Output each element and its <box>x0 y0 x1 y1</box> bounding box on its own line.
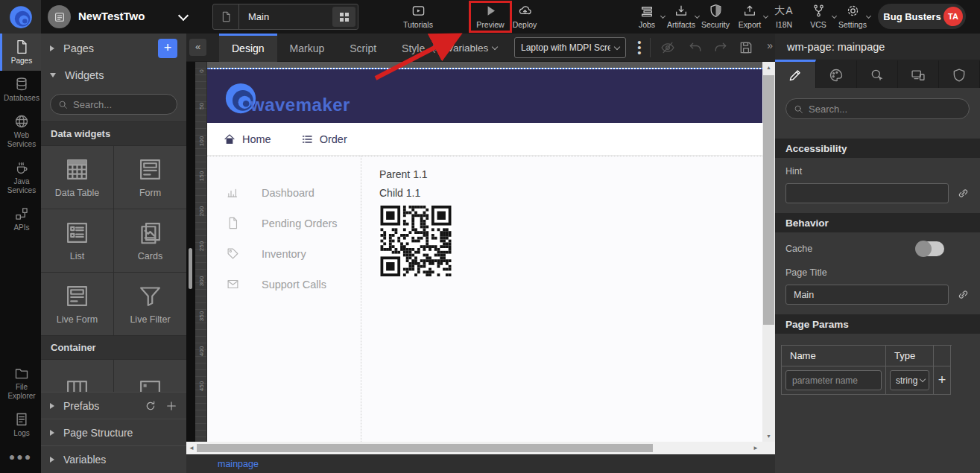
sidebar-item-databases[interactable]: Databases <box>0 71 41 108</box>
sidebar-item-apis[interactable]: APIs <box>0 200 41 238</box>
jobs-button[interactable]: Jobs <box>627 4 666 29</box>
tutorials-button[interactable]: Tutorials <box>399 4 437 29</box>
page-selector[interactable]: Main <box>212 4 358 30</box>
page-title-input[interactable] <box>785 285 949 305</box>
save-icon[interactable] <box>739 40 753 55</box>
export-button[interactable]: Export <box>730 4 769 29</box>
page-body: Dashboard Pending Orders Inventory <box>207 156 762 442</box>
widgets-section-row[interactable]: Widgets <box>41 63 186 87</box>
add-prefab-icon[interactable] <box>165 400 177 412</box>
cache-toggle[interactable] <box>916 241 944 256</box>
child-label[interactable]: Child 1.1 <box>379 187 452 199</box>
pages-section-row[interactable]: Pages + <box>41 34 186 63</box>
open-pages-bar: mainpage <box>186 454 775 473</box>
add-param-button[interactable]: + <box>934 366 951 395</box>
avatar[interactable]: TA <box>943 7 963 26</box>
security-button[interactable]: Security <box>696 4 735 29</box>
menu-item-pending-orders[interactable]: Pending Orders <box>207 208 361 238</box>
preview-button[interactable]: Preview <box>471 4 510 29</box>
tab-script[interactable]: Script <box>337 34 389 62</box>
tab-markup[interactable]: Markup <box>277 34 338 62</box>
widget-tile-panel[interactable] <box>114 360 186 392</box>
upload-tray-icon <box>742 4 757 18</box>
page-tab-mainpage[interactable]: mainpage <box>218 459 259 469</box>
page-header[interactable]: wavemaker <box>207 69 762 123</box>
redo-icon[interactable] <box>713 40 728 55</box>
widget-tile-cards[interactable]: Cards <box>114 209 186 272</box>
bind-link-icon[interactable] <box>957 288 970 301</box>
tab-security[interactable] <box>939 60 980 88</box>
menu-item-support-calls[interactable]: Support Calls <box>207 269 361 299</box>
vertical-scroll-thumb[interactable] <box>763 75 774 325</box>
variables-dropdown[interactable]: (x) Variables <box>432 34 497 62</box>
properties-search[interactable] <box>785 98 970 119</box>
scroll-right-icon[interactable]: ► <box>753 445 759 451</box>
left-panel-scrollbar[interactable] <box>189 248 192 289</box>
sidebar-item-logs[interactable]: Logs <box>0 406 41 443</box>
tab-events[interactable] <box>857 60 898 88</box>
widget-tile-layout[interactable] <box>41 360 113 392</box>
sidebar-item-java-services[interactable]: Java Services <box>0 154 41 200</box>
horizontal-scroll-thumb[interactable] <box>197 444 653 452</box>
horizontal-scrollbar[interactable]: ◄ ► <box>186 442 775 454</box>
refresh-icon[interactable] <box>145 400 157 412</box>
cloud-upload-icon <box>517 4 533 18</box>
designed-page[interactable]: wavemaker Home Order <box>207 68 762 442</box>
settings-button[interactable]: Settings <box>833 4 872 29</box>
tab-styles[interactable] <box>816 60 857 88</box>
page-structure-section-row[interactable]: Page Structure <box>41 419 186 445</box>
scroll-up-icon[interactable]: ▲ <box>762 65 775 70</box>
bind-link-icon[interactable] <box>957 187 970 200</box>
properties-tabs <box>775 60 980 88</box>
parent-label[interactable]: Parent 1.1 <box>379 168 452 180</box>
hint-input[interactable] <box>785 183 949 203</box>
page-grid-icon[interactable] <box>332 7 355 27</box>
deploy-button[interactable]: Deploy <box>505 4 544 29</box>
menu-item-inventory[interactable]: Inventory <box>207 238 361 269</box>
variables-section-row[interactable]: Variables <box>41 445 186 472</box>
more-menu-icon[interactable]: ••• <box>634 39 645 55</box>
project-icon[interactable] <box>48 5 71 28</box>
widget-search[interactable] <box>50 94 177 115</box>
wavemaker-logo[interactable] <box>0 0 41 34</box>
artifacts-button[interactable]: Artifacts <box>662 4 701 29</box>
undo-icon[interactable] <box>688 40 703 55</box>
sidebar-item-web-services[interactable]: Web Services <box>0 108 41 154</box>
vertical-scrollbar[interactable]: ▲ ▼ <box>762 62 775 442</box>
widget-tile-live-filter[interactable]: Live Filter <box>114 273 186 335</box>
more-options-icon[interactable]: ●●● <box>0 443 41 473</box>
nav-item-order[interactable]: Order <box>301 133 347 145</box>
widget-tile-data-table[interactable]: Data Table <box>41 146 113 209</box>
collapse-left-panel-button[interactable]: « <box>189 39 206 56</box>
tab-design[interactable]: Design <box>219 34 277 62</box>
hide-outlines-icon[interactable] <box>660 40 675 55</box>
sidebar-item-pages[interactable]: Pages <box>0 34 41 71</box>
nav-item-home[interactable]: Home <box>224 133 271 145</box>
properties-search-input[interactable] <box>809 104 961 115</box>
team-button[interactable]: Bug Busters TA <box>878 4 966 29</box>
tab-properties[interactable] <box>775 60 816 88</box>
widget-grid: Data Table Form List Cards Live Form Liv… <box>41 146 186 335</box>
page-icon <box>14 39 29 54</box>
tab-style[interactable]: Style <box>389 34 437 62</box>
param-type-select[interactable]: string <box>890 370 929 390</box>
i18n-button[interactable]: 大A I18N <box>765 4 803 29</box>
widget-tile-form[interactable]: Form <box>114 146 186 209</box>
properties-panel: wm-page: mainpage Accessibility Hint B <box>775 34 980 473</box>
add-page-button[interactable]: + <box>158 39 177 58</box>
document-icon <box>227 217 239 229</box>
project-chevron-down-icon[interactable] <box>178 10 189 21</box>
collapse-right-panel-button[interactable]: » <box>767 39 773 51</box>
vcs-button[interactable]: VCS <box>799 4 838 29</box>
widget-search-input[interactable] <box>73 99 169 110</box>
param-name-input[interactable] <box>785 370 882 390</box>
menu-item-dashboard[interactable]: Dashboard <box>207 177 361 208</box>
sidebar-item-file-explorer[interactable]: File Explorer <box>0 360 41 406</box>
widget-tile-live-form[interactable]: Live Form <box>41 273 113 335</box>
device-selector[interactable]: Laptop with MDPI Screen <box>514 37 626 58</box>
widget-tile-list[interactable]: List <box>41 209 113 272</box>
prefabs-section-row[interactable]: Prefabs <box>41 392 186 419</box>
tab-devices[interactable] <box>898 60 939 88</box>
scroll-left-icon[interactable]: ◄ <box>189 445 195 451</box>
scroll-down-icon[interactable]: ▼ <box>762 434 775 439</box>
